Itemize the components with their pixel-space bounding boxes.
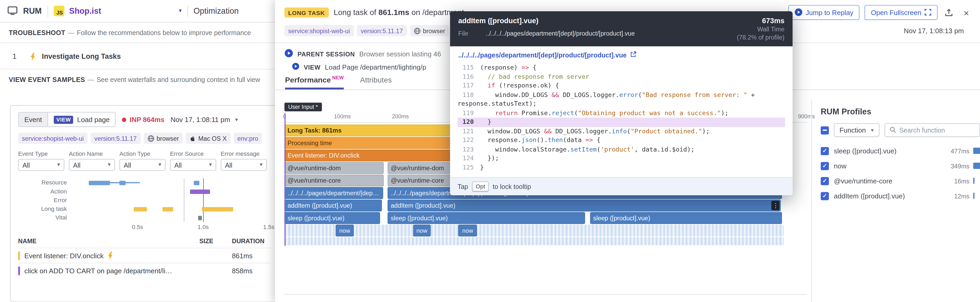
timeline-bar[interactable] (194, 181, 199, 185)
chevron-down-icon[interactable]: ▾ (235, 117, 238, 122)
filter-select[interactable]: All▾ (221, 159, 267, 171)
tag-pill[interactable]: browser (410, 25, 449, 36)
flame-segment[interactable]: sleep ([product].vue) (388, 212, 585, 224)
axis-tick-label: 1.0s (197, 224, 209, 230)
event-sample-header: Event VIEW Load page INP 864ms Nov 17, 1… (18, 112, 270, 127)
flame-segment[interactable]: @vue/runtime-dom (284, 162, 383, 174)
timeline-bar[interactable] (190, 189, 210, 194)
function-name: now (834, 162, 846, 169)
table-row[interactable]: click on ADD TO CART on page /department… (18, 263, 270, 278)
function-duration-bar (973, 163, 980, 169)
group-by-select[interactable]: Function ▾ (834, 123, 880, 137)
flame-segment-label: Long Task: 861ms (288, 127, 342, 134)
search-input[interactable] (899, 126, 975, 134)
timeline-bar[interactable] (134, 207, 147, 211)
export-icon[interactable] (943, 6, 955, 19)
org-switcher[interactable]: JS Shop.ist ▾ (53, 6, 182, 16)
open-fullscreen-button[interactable]: Open Fullscreen (865, 5, 938, 20)
view-type-badge: VIEW (54, 115, 73, 124)
code-token: reject (552, 109, 574, 116)
flame-segment[interactable]: @vue/runtime-core (284, 174, 383, 186)
long-task-bolt-icon (30, 52, 35, 60)
divider (0, 69, 288, 69)
profiles-title: RUM Profiles (821, 107, 980, 117)
profile-function-row[interactable]: ✓addItem ([product].vue)12ms (821, 189, 980, 203)
event-selector[interactable]: Event VIEW Load page (18, 112, 116, 127)
code-token: ( (638, 91, 642, 98)
datadog-rum-screen: RUM JS Shop.ist ▾ Optimization TROUBLESH… (0, 0, 980, 302)
flame-segment[interactable]: now (413, 225, 431, 236)
timeline-bar[interactable] (89, 182, 140, 184)
checkbox-checked[interactable]: ✓ (821, 147, 829, 155)
flame-segment-label: addItem ([product].vue) (288, 202, 352, 209)
table-row[interactable]: Event listener: DIV.onclick861ms (18, 248, 270, 263)
checkbox-checked[interactable]: ✓ (821, 177, 829, 185)
tag-pill[interactable]: version:5.11.17 (91, 133, 140, 144)
select-all-checkbox[interactable] (821, 126, 829, 134)
filter-select[interactable]: All▾ (170, 159, 216, 171)
main-app-column: RUM JS Shop.ist ▾ Optimization TROUBLESH… (0, 0, 288, 302)
code-token: then (548, 136, 563, 143)
flame-segment-label: sleep ([product].vue) (288, 214, 344, 221)
checkbox-checked[interactable]: ✓ (821, 192, 829, 200)
filter-action-type: Action TypeAll▾ (119, 150, 165, 171)
column-size: SIZE (199, 238, 232, 244)
code-token: Promise. (518, 109, 552, 116)
flame-segment[interactable]: now (336, 225, 354, 236)
function-search[interactable] (885, 123, 980, 137)
tag-pill[interactable]: env:pro (234, 133, 262, 144)
filter-select[interactable]: All▾ (119, 159, 165, 171)
line-number: 121 (458, 127, 474, 136)
profile-function-row[interactable]: ✓@vue/runtime-core16ms (821, 173, 980, 189)
tab-attributes[interactable]: Attributes (360, 76, 392, 89)
filter-select[interactable]: All▾ (69, 159, 115, 171)
timeline-plot[interactable] (72, 178, 270, 222)
tag-pill[interactable]: service:shopist-web-ui (284, 25, 353, 36)
flame-segment[interactable]: ../../../../pages/department/[dept]/prod… (284, 187, 383, 199)
line-number: 118 (458, 90, 474, 99)
flame-segment[interactable]: addItem ([product].vue)⋮ (388, 200, 781, 211)
code-token: } (480, 164, 484, 171)
tooltip-header: addItem ([product].vue) File ../../../..… (450, 11, 792, 46)
source-file-link[interactable]: ../../../../pages/department/[dept]/prod… (450, 46, 792, 62)
timeline-bar[interactable] (198, 216, 202, 220)
tag-pill[interactable]: browser (143, 133, 183, 144)
flame-segment-label: @vue/runtime-dom (288, 165, 341, 171)
flame-segment[interactable]: addItem ([product].vue) (284, 200, 382, 211)
flame-segment[interactable]: sleep ([product].vue) (590, 212, 782, 224)
close-icon[interactable]: × (960, 6, 972, 19)
profile-function-row[interactable]: ✓sleep ([product].vue)477ms (821, 143, 980, 158)
parent-session-description: Browser session lasting 46 (360, 50, 441, 58)
tag-text: version:5.11.17 (94, 135, 137, 142)
tooltip-footer: Tap Opt to lock tooltip (450, 177, 792, 195)
profile-function-row[interactable]: ✓now349ms (821, 158, 980, 173)
timeline-axis: 0.5s1.0s1.5s (72, 222, 270, 230)
checkbox-checked[interactable]: ✓ (821, 162, 829, 170)
rum-profiles-panel: RUM Profiles Function ▾ ✓sleep ([product… (811, 99, 980, 302)
org-logo: JS (53, 6, 64, 16)
user-input-marker[interactable]: User Input * (284, 102, 321, 111)
timeline-bar[interactable] (162, 207, 173, 211)
flame-segment-menu-icon[interactable]: ⋮ (772, 201, 780, 210)
tag-pill[interactable]: service:shopist-web-ui (18, 133, 88, 144)
flame-segment[interactable]: sleep ([product].vue) (284, 212, 380, 224)
filter-select[interactable]: All▾ (18, 159, 65, 171)
axis-tick-label: 100ms (334, 113, 351, 120)
flame-row-micro-calls (284, 237, 807, 245)
axis-tick-label: 0.5s (132, 224, 143, 230)
tag-pill[interactable]: Mac OS X (186, 133, 231, 144)
chevron-down-icon: ▾ (108, 162, 111, 168)
jump-to-replay-button[interactable]: Jump to Replay (788, 5, 860, 20)
flame-segment[interactable]: now (458, 225, 477, 236)
timeline-bar[interactable] (202, 207, 234, 211)
tab-performance[interactable]: PerformanceNEW (285, 75, 344, 89)
code-token: => (521, 64, 529, 70)
row-name: Event listener: DIV.onclick (24, 252, 104, 259)
event-table: NAME SIZE DURATION Event listener: DIV.o… (18, 235, 270, 278)
filter-action-name: Action NameAll▾ (69, 150, 115, 171)
recommendation-item[interactable]: 1 Investigate Long Tasks (13, 50, 277, 63)
code-token: info (612, 127, 627, 134)
scrollbar-track[interactable] (284, 294, 807, 295)
tag-pill[interactable]: version:5.11.17 (357, 25, 407, 36)
new-badge: NEW (332, 75, 344, 81)
